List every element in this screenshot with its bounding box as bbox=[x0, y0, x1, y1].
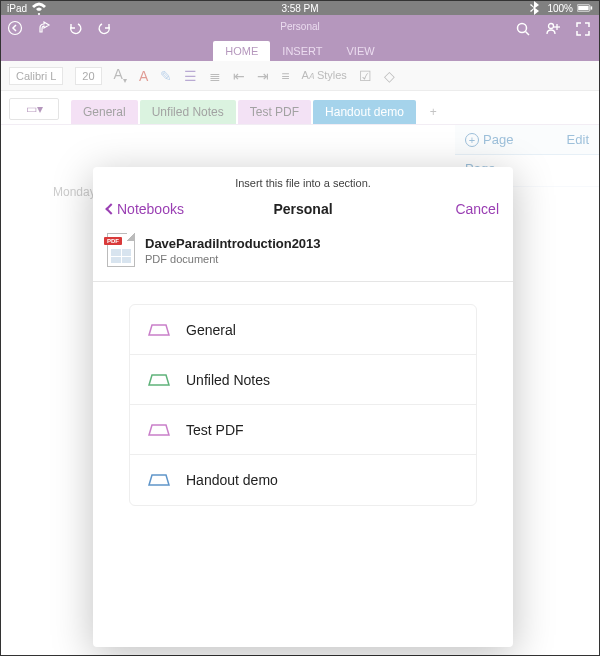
insert-file-sheet: Insert this file into a section. Noteboo… bbox=[93, 167, 513, 647]
section-icon bbox=[148, 373, 170, 387]
chevron-left-icon bbox=[105, 203, 116, 214]
section-option-label: General bbox=[186, 322, 236, 338]
section-icon bbox=[148, 423, 170, 437]
section-option-handout[interactable]: Handout demo bbox=[130, 455, 476, 505]
file-type: PDF document bbox=[145, 253, 321, 265]
pdf-file-icon: PDF bbox=[107, 233, 135, 267]
nav-back-notebooks[interactable]: Notebooks bbox=[107, 201, 184, 217]
cancel-button[interactable]: Cancel bbox=[455, 201, 499, 217]
section-option-general[interactable]: General bbox=[130, 305, 476, 355]
section-option-unfiled[interactable]: Unfiled Notes bbox=[130, 355, 476, 405]
section-option-label: Handout demo bbox=[186, 472, 278, 488]
sheet-instruction: Insert this file into a section. bbox=[93, 167, 513, 197]
file-name: DaveParadiIntroduction2013 bbox=[145, 236, 321, 251]
section-option-testpdf[interactable]: Test PDF bbox=[130, 405, 476, 455]
nav-back-label: Notebooks bbox=[117, 201, 184, 217]
section-option-label: Unfiled Notes bbox=[186, 372, 270, 388]
section-icon bbox=[148, 473, 170, 487]
section-option-label: Test PDF bbox=[186, 422, 244, 438]
section-icon bbox=[148, 323, 170, 337]
section-list: General Unfiled Notes Test PDF Handout d… bbox=[129, 304, 477, 506]
file-info-row: PDF DaveParadiIntroduction2013 PDF docum… bbox=[93, 227, 513, 282]
sheet-title: Personal bbox=[273, 201, 332, 217]
